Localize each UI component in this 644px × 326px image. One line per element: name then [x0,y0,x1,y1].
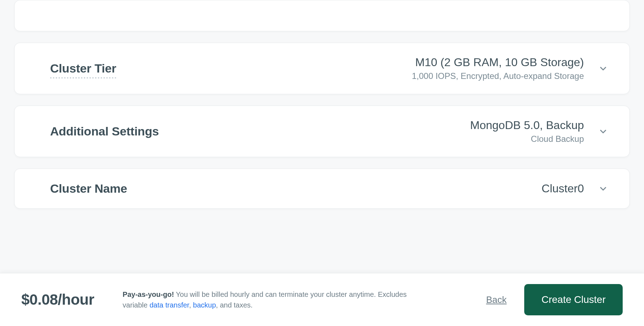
chevron-down-icon [598,184,608,194]
cluster-tier-title: Cluster Tier [50,62,116,79]
chevron-down-icon [598,64,608,74]
additional-settings-title: Additional Settings [50,124,159,138]
cluster-name-card[interactable]: Cluster Name Cluster0 [14,169,630,209]
data-transfer-link[interactable]: data transfer [150,301,189,309]
additional-settings-card[interactable]: Additional Settings MongoDB 5.0, Backup … [14,106,630,157]
backup-link[interactable]: backup [193,301,216,309]
chevron-down-icon [598,127,608,137]
additional-settings-subvalue: Cloud Backup [470,134,584,144]
additional-settings-value: MongoDB 5.0, Backup [470,119,584,132]
back-button[interactable]: Back [486,294,507,305]
cluster-tier-value: M10 (2 GB RAM, 10 GB Storage) [412,56,584,69]
payg-bold: Pay-as-you-go! [123,290,174,298]
cluster-tier-subvalue: 1,000 IOPS, Encrypted, Auto-expand Stora… [412,71,584,81]
pricing-description: Pay-as-you-go! You will be billed hourly… [123,289,428,310]
footer-bar: $0.08/hour Pay-as-you-go! You will be bi… [0,273,644,326]
cluster-name-value: Cluster0 [542,182,584,195]
price-label: $0.08/hour [21,291,94,308]
cluster-name-title: Cluster Name [50,182,127,195]
create-cluster-button[interactable]: Create Cluster [524,284,623,315]
previous-section-card[interactable] [14,0,630,31]
cluster-tier-card[interactable]: Cluster Tier M10 (2 GB RAM, 10 GB Storag… [14,43,630,94]
